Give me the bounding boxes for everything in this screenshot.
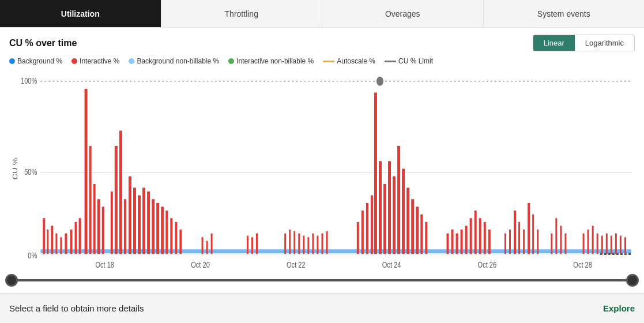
- bar-r46: [357, 222, 359, 254]
- bar-r69: [484, 222, 486, 254]
- bar-r45: [326, 231, 328, 254]
- bar-r77: [532, 215, 534, 254]
- time-slider[interactable]: [0, 268, 644, 293]
- x-label-oct18: Oct 18: [96, 260, 115, 268]
- slider-thumb-right[interactable]: [626, 274, 639, 287]
- bar-r26: [165, 211, 168, 254]
- bar-r62: [451, 230, 454, 254]
- legend-autoscale-dash: [323, 61, 334, 62]
- bar-r72: [509, 230, 511, 254]
- bar-r47: [361, 211, 364, 254]
- bar-r35: [256, 234, 258, 254]
- bar-r38: [293, 231, 295, 254]
- bar-r54: [397, 146, 400, 254]
- bottom-bar: Select a field to obtain more details Ex…: [0, 293, 644, 323]
- bar-r79: [551, 234, 552, 254]
- x-label-oct22: Oct 22: [287, 260, 306, 268]
- bar-r15: [115, 146, 118, 254]
- bar-r80: [555, 218, 557, 254]
- legend-interactive-nonbillable-dot: [228, 58, 234, 64]
- bar-r82: [564, 234, 566, 254]
- bar-r29: [179, 230, 182, 254]
- bar-r68: [479, 218, 481, 254]
- y-label-50: 50%: [24, 167, 37, 177]
- scale-logarithmic-button[interactable]: Logarithmic: [575, 35, 634, 51]
- legend-interactive-dot: [71, 58, 77, 64]
- bar-r23: [152, 199, 155, 254]
- bar-r75: [523, 230, 525, 254]
- bar-r76: [528, 203, 530, 254]
- legend-background-nonbillable-dot: [129, 58, 134, 64]
- chart-title: CU % over time: [9, 38, 77, 48]
- x-label-oct20: Oct 20: [191, 260, 210, 268]
- bar-r19: [133, 187, 136, 254]
- bar-r84: [587, 230, 589, 254]
- bar-r50: [379, 161, 382, 254]
- bar-r33: [247, 236, 248, 254]
- slider-thumb-left[interactable]: [5, 274, 18, 287]
- bar-r58: [416, 206, 419, 254]
- tab-system-events[interactable]: System events: [484, 0, 645, 27]
- legend-background-nonbillable-label: Background non-billable %: [137, 57, 219, 65]
- bar-r90: [615, 234, 617, 254]
- bar-r27: [170, 218, 172, 254]
- legend-interactive-label: Interactive %: [80, 57, 119, 65]
- bar-r51: [383, 184, 386, 254]
- bar-r39: [298, 234, 300, 254]
- tab-throttling[interactable]: Throttling: [161, 0, 323, 27]
- legend-cu-limit-dash: [385, 61, 396, 62]
- bar-r81: [560, 226, 562, 254]
- chart-area: 100% 50% 0% CU % Oct 18 Oct 20 Oct 22 Oc…: [9, 70, 635, 268]
- bar-r43: [317, 236, 318, 254]
- bar-r57: [411, 199, 414, 254]
- tab-utilization[interactable]: Utilization: [0, 0, 161, 27]
- bar-r3: [51, 226, 53, 254]
- bar-r65: [465, 226, 468, 254]
- legend: Background % Interactive % Background no…: [9, 57, 635, 65]
- bar-r6: [65, 234, 67, 254]
- legend-interactive-nonbillable: Interactive non-billable %: [228, 57, 314, 65]
- y-label-100: 100%: [21, 76, 37, 85]
- bar-r48: [366, 203, 368, 254]
- bar-r40: [303, 236, 304, 254]
- bar-r5: [60, 237, 62, 254]
- bar-r13: [102, 206, 104, 254]
- x-label-oct28: Oct 28: [573, 260, 592, 268]
- legend-background: Background %: [9, 57, 62, 65]
- legend-interactive: Interactive %: [71, 57, 119, 65]
- bar-r34: [251, 237, 253, 254]
- legend-background-dot: [9, 58, 15, 64]
- x-label-oct26: Oct 26: [478, 260, 497, 268]
- explore-button[interactable]: Explore: [603, 303, 635, 313]
- bar-r4: [55, 234, 57, 254]
- tab-overages[interactable]: Overages: [322, 0, 484, 27]
- bar-r21: [142, 187, 145, 254]
- app-container: Utilization Throttling Overages System e…: [0, 0, 644, 323]
- bar-r71: [504, 234, 506, 254]
- bar-r89: [611, 236, 612, 254]
- legend-cu-limit-label: CU % Limit: [398, 57, 433, 65]
- legend-background-nonbillable: Background non-billable %: [129, 57, 219, 65]
- bar-r92: [624, 237, 626, 254]
- scale-buttons: Linear Logarithmic: [533, 35, 635, 51]
- bar-r18: [129, 176, 131, 254]
- bar-r44: [321, 234, 323, 254]
- bar-r36: [284, 234, 286, 254]
- scale-linear-button[interactable]: Linear: [533, 35, 575, 51]
- legend-autoscale-label: Autoscale %: [337, 57, 375, 65]
- bar-spike1: [85, 89, 88, 254]
- bar-r83: [583, 234, 585, 254]
- bar-r56: [406, 187, 409, 254]
- slider-fill: [12, 279, 632, 281]
- legend-background-label: Background %: [17, 57, 62, 65]
- bar-r63: [456, 234, 458, 254]
- bar-r66: [470, 218, 472, 254]
- bar-r73: [514, 211, 516, 254]
- bar-r1: [43, 218, 45, 254]
- bar-r74: [518, 222, 520, 254]
- bar-r67: [474, 211, 477, 254]
- main-content: CU % over time Linear Logarithmic Backgr…: [0, 28, 644, 268]
- bar-r14: [111, 191, 113, 254]
- bar-r49: [371, 196, 373, 254]
- legend-cu-limit: CU % Limit: [385, 57, 433, 65]
